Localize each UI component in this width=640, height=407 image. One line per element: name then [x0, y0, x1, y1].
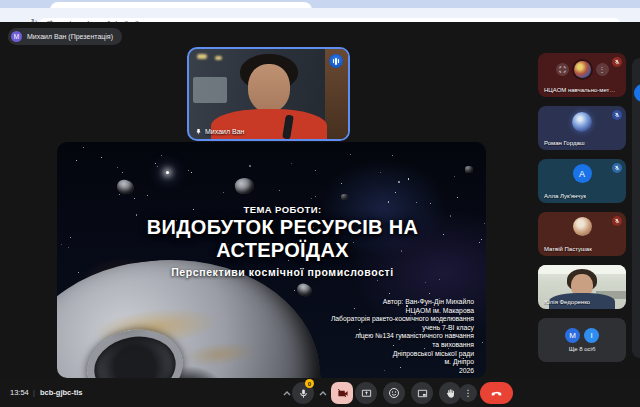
participant-tile[interactable]: ⋮ НЦАОМ навчально-метод...: [538, 53, 626, 97]
share-screen-button[interactable]: [355, 382, 377, 404]
slide-kicker: ТЕМА РОБОТИ:: [87, 204, 478, 215]
mic-off-icon: [612, 110, 622, 120]
end-call-button[interactable]: [480, 382, 513, 404]
participant-tile[interactable]: Юлія Федоренко: [538, 265, 626, 309]
presenter-avatar: М: [11, 31, 22, 42]
small-asteroid: [234, 177, 255, 195]
participant-avatar: А: [573, 164, 592, 183]
meet-page: М Михаил Ван (Презентація) Михаил Ван: [0, 22, 640, 407]
participant-avatar: [573, 217, 592, 236]
room-light: [197, 54, 207, 59]
divider: |: [33, 378, 35, 407]
participant-name: Матвій Пастушак: [544, 246, 592, 252]
camera-off-button[interactable]: [331, 382, 353, 404]
offscreen-panel-edge: [632, 58, 640, 358]
slide-subtitle: Перспективи космічної промисловості: [87, 266, 478, 278]
meeting-control-bar: 13:54 | bcb-gjbc-tls 0: [0, 378, 640, 407]
pin-icon: [195, 128, 202, 135]
room-board: [193, 77, 227, 103]
mic-off-icon: [612, 216, 622, 226]
room-light: [215, 56, 222, 60]
overflow-avatar: M: [565, 328, 580, 343]
audio-indicator-icon: [329, 54, 343, 68]
slide-credits: Автор: Ван-Фун-Дін Михайло НЦАОМ ім. Мак…: [331, 298, 474, 375]
person-face: [248, 64, 290, 112]
participant-avatar: [574, 61, 591, 78]
mic-off-icon: [612, 163, 622, 173]
participant-name: Роман Гордаш: [544, 140, 585, 146]
bright-star: [166, 171, 169, 174]
more-participants-label: Ще 8 осіб: [569, 346, 596, 352]
slide-title-line1: ВИДОБУТОК РЕСУРСІВ НА: [87, 216, 478, 239]
participant-tile[interactable]: А Алла Лук'янчук: [538, 159, 626, 203]
participant-tile[interactable]: Роман Гордаш: [538, 106, 626, 150]
person-shirt: [211, 109, 327, 141]
app-window: ← → ↻ ⇄ meet.google.com/bcb-gjbc-tls М М…: [0, 0, 640, 407]
raise-hand-button[interactable]: [439, 382, 461, 404]
small-asteroid: [341, 194, 348, 200]
participant-tile[interactable]: Матвій Пастушак: [538, 212, 626, 256]
small-asteroid: [465, 166, 473, 173]
browser-toolbar: ← → ↻ ⇄ meet.google.com/bcb-gjbc-tls: [0, 8, 640, 22]
slide-title-line2: АСТЕРОЇДАХ: [87, 239, 478, 262]
small-asteroid: [116, 178, 136, 196]
small-asteroid: [295, 282, 313, 298]
participant-name: НЦАОМ навчально-метод...: [544, 87, 616, 93]
mic-off-icon: [612, 57, 622, 67]
more-options-button[interactable]: ⋮: [459, 384, 477, 402]
more-participants-tile[interactable]: M І Ще 8 осіб: [538, 318, 626, 362]
presenter-chip-label: Михаил Ван (Презентація): [27, 33, 113, 40]
meeting-code: bcb-gjbc-tls: [40, 378, 83, 407]
frame-participant-button[interactable]: [556, 63, 569, 76]
participant-avatar: [572, 112, 592, 132]
thumbnail-name: Михаил Ван: [205, 128, 244, 135]
shared-presentation[interactable]: ТЕМА РОБОТИ: ВИДОБУТОК РЕСУРСІВ НА АСТЕР…: [57, 142, 486, 378]
video-settings-chevron[interactable]: [317, 382, 329, 404]
presenter-chip[interactable]: М Михаил Ван (Презентація): [8, 28, 122, 45]
participant-name: Алла Лук'янчук: [544, 193, 586, 199]
reactions-button[interactable]: [383, 382, 405, 404]
captions-button[interactable]: [411, 382, 433, 404]
tile-more-button[interactable]: ⋮: [596, 63, 609, 76]
webcam-thumbnail[interactable]: Михаил Ван: [187, 47, 350, 141]
participant-name: Юлія Федоренко: [544, 299, 590, 305]
mic-notification-badge: 0: [305, 379, 314, 388]
clock: 13:54: [10, 378, 29, 407]
overflow-avatar: І: [584, 328, 599, 343]
browser-tabstrip: [0, 0, 640, 8]
